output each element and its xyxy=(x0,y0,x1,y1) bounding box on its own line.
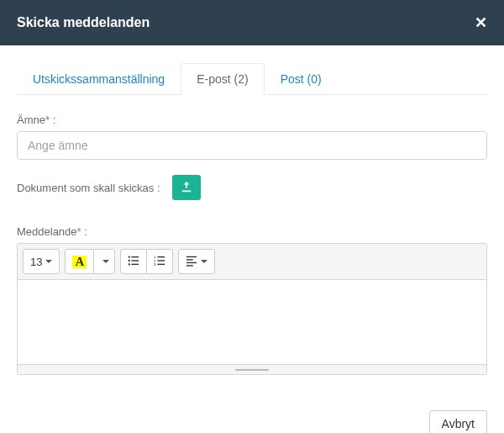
caret-icon xyxy=(45,260,52,263)
svg-point-0 xyxy=(129,256,130,257)
message-group: Meddelande* : 13 A xyxy=(17,225,487,375)
rich-text-editor: 13 A xyxy=(17,243,487,375)
subject-label-text: Ämne xyxy=(17,114,45,126)
documents-label: Dokument som skall skickas : xyxy=(17,182,160,194)
align-group xyxy=(178,249,215,274)
modal-body: Utskickssammanställning E-post (2) Post … xyxy=(0,45,504,399)
message-textarea[interactable] xyxy=(18,280,486,364)
message-label-text: Meddelande xyxy=(17,225,77,238)
svg-rect-15 xyxy=(186,265,193,266)
cancel-button[interactable]: Avbryt xyxy=(429,410,487,433)
font-color-dropdown[interactable] xyxy=(94,249,115,274)
svg-rect-3 xyxy=(132,260,139,261)
svg-rect-11 xyxy=(158,263,165,264)
caret-icon xyxy=(102,260,109,263)
ordered-list-icon: 123 xyxy=(154,255,165,269)
svg-text:3: 3 xyxy=(154,262,156,267)
required-marker: * xyxy=(77,225,81,238)
svg-rect-1 xyxy=(132,256,139,256)
svg-rect-5 xyxy=(132,263,139,264)
modal-title: Skicka meddelanden xyxy=(17,15,150,30)
svg-rect-9 xyxy=(158,260,165,261)
upload-button[interactable] xyxy=(172,175,201,200)
font-color-group: A xyxy=(65,249,115,274)
svg-rect-12 xyxy=(186,256,197,256)
svg-point-4 xyxy=(129,263,130,265)
svg-rect-13 xyxy=(186,259,193,260)
documents-row: Dokument som skall skickas : xyxy=(17,175,487,200)
tab-post[interactable]: Post (0) xyxy=(265,63,338,95)
send-messages-modal: Skicka meddelanden ✕ Utskickssammanställ… xyxy=(0,0,504,433)
unordered-list-button[interactable] xyxy=(120,249,147,274)
align-left-icon xyxy=(186,255,197,269)
tab-summary[interactable]: Utskickssammanställning xyxy=(17,63,181,95)
font-size-button[interactable]: 13 xyxy=(23,249,60,274)
ordered-list-button[interactable]: 123 xyxy=(147,249,173,274)
font-size-group: 13 xyxy=(23,249,60,274)
subject-label: Ämne* : xyxy=(17,114,487,126)
font-size-value: 13 xyxy=(30,256,42,268)
svg-point-2 xyxy=(129,259,130,261)
font-color-button[interactable]: A xyxy=(65,249,94,274)
message-label: Meddelande* : xyxy=(17,225,487,238)
font-color-icon: A xyxy=(72,256,87,268)
grip-icon xyxy=(235,369,269,371)
editor-toolbar: 13 A xyxy=(18,244,486,280)
subject-input[interactable] xyxy=(17,131,487,160)
caret-icon xyxy=(201,260,207,263)
modal-header: Skicka meddelanden ✕ xyxy=(0,0,504,45)
subject-group: Ämne* : xyxy=(17,114,487,160)
modal-footer: Avbryt xyxy=(0,399,504,433)
required-marker: * xyxy=(45,114,50,126)
list-group: 123 xyxy=(120,249,173,274)
tabs: Utskickssammanställning E-post (2) Post … xyxy=(17,62,487,95)
close-icon[interactable]: ✕ xyxy=(475,13,487,32)
resize-handle[interactable] xyxy=(18,364,486,374)
svg-rect-7 xyxy=(158,256,165,256)
svg-rect-14 xyxy=(186,261,197,262)
upload-icon xyxy=(181,181,192,195)
align-button[interactable] xyxy=(178,249,215,274)
unordered-list-icon xyxy=(128,255,139,269)
tab-email[interactable]: E-post (2) xyxy=(181,63,264,95)
